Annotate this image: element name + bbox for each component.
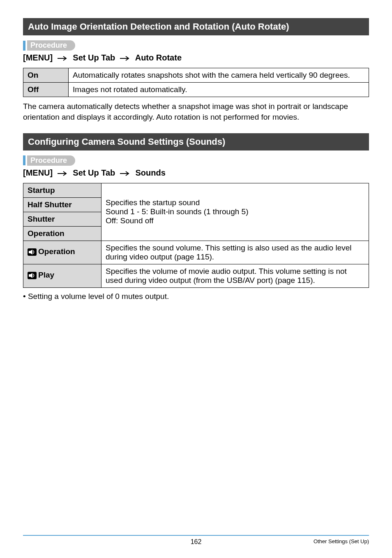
footer-section-label: Other Settings (Set Up)	[314, 538, 369, 544]
table-row: Startup Specifies the startup sound Soun…	[23, 183, 369, 197]
section-title-sounds: Configuring Camera Sound Settings (Sound…	[23, 133, 369, 150]
procedure-chip: Procedure	[27, 40, 75, 51]
table-row: Operation Specifies the sound volume. Th…	[23, 241, 369, 264]
table-row: Play Specifies the volume of movie audio…	[23, 264, 369, 287]
svg-rect-5	[29, 251, 30, 253]
arrow-icon	[120, 169, 131, 178]
menu-part: [MENU]	[23, 168, 53, 177]
row-body: Specifies the startup sound Sound 1 - 5:…	[101, 183, 369, 241]
row-body: Images not rotated automatically.	[69, 83, 369, 97]
row-head-play-volume: Play	[23, 264, 101, 287]
arrow-icon	[58, 53, 68, 63]
speaker-icon	[28, 248, 37, 258]
procedure-heading: Procedure	[23, 155, 369, 166]
row-head: Startup	[23, 183, 101, 197]
row-head: Off	[23, 83, 69, 97]
page-number: 162	[191, 538, 202, 546]
menu-part: [MENU]	[23, 53, 53, 62]
auto-rotate-footnote: The camera automatically detects whether…	[23, 101, 369, 122]
menu-part: Sounds	[135, 168, 165, 177]
arrow-icon	[58, 169, 68, 178]
row-head: Operation	[23, 226, 101, 241]
row-head: Half Shutter	[23, 197, 101, 212]
row-body: Specifies the volume of movie audio outp…	[101, 264, 369, 287]
menu-part: Set Up Tab	[73, 168, 115, 177]
menu-path-auto-rotate: [MENU] Set Up Tab Auto Rotate	[23, 53, 369, 63]
table-row: Off Images not rotated automatically.	[23, 83, 369, 97]
procedure-accent-bar	[23, 155, 25, 165]
section-title-auto-rotate: Auto Image Orientation Detection and Rot…	[23, 18, 369, 35]
svg-rect-8	[29, 274, 30, 277]
arrow-icon	[120, 53, 131, 63]
auto-rotate-table: On Automatically rotates snapshots shot …	[23, 68, 369, 97]
row-head: Shutter	[23, 212, 101, 226]
row-body: Specifies the sound volume. This setting…	[101, 241, 369, 264]
row-head-text: Operation	[38, 247, 75, 256]
row-head-operation-volume: Operation	[23, 241, 101, 264]
procedure-heading: Procedure	[23, 40, 369, 51]
procedure-chip: Procedure	[27, 155, 75, 166]
row-head: On	[23, 68, 69, 83]
sounds-bullet: • Setting a volume level of 0 mutes outp…	[23, 292, 369, 301]
speaker-icon	[28, 272, 37, 281]
sounds-table: Startup Specifies the startup sound Soun…	[23, 183, 369, 288]
page-footer: 162 Other Settings (Set Up)	[23, 535, 369, 546]
row-head-text: Play	[38, 271, 54, 279]
menu-path-sounds: [MENU] Set Up Tab Sounds	[23, 168, 369, 178]
menu-part: Set Up Tab	[73, 53, 115, 62]
menu-part: Auto Rotate	[135, 53, 182, 62]
procedure-accent-bar	[23, 41, 25, 51]
table-row: On Automatically rotates snapshots shot …	[23, 68, 369, 83]
row-body: Automatically rotates snapshots shot wit…	[69, 68, 369, 83]
